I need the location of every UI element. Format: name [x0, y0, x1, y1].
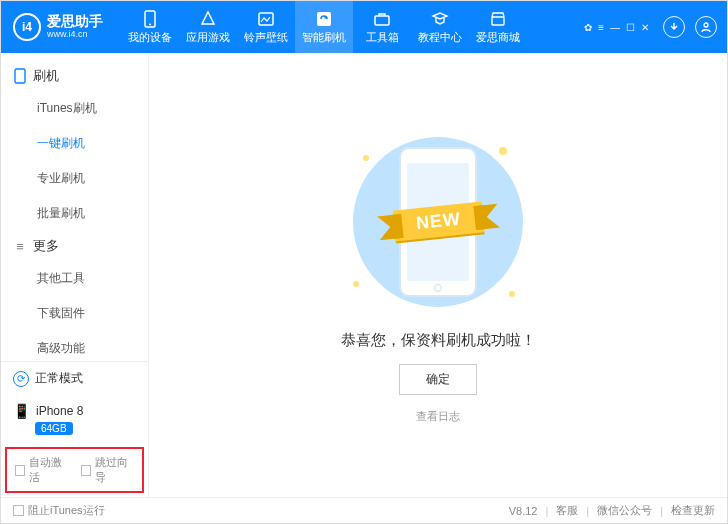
sidebar-item-advanced[interactable]: 高级功能: [1, 331, 148, 361]
nav-tutorials[interactable]: 教程中心: [411, 1, 469, 53]
svg-rect-4: [375, 16, 389, 25]
apps-icon: [199, 10, 217, 28]
nav-store[interactable]: 爱思商城: [469, 1, 527, 53]
sidebar-item-itunes-flash[interactable]: iTunes刷机: [1, 91, 148, 126]
nav-ringtones[interactable]: 铃声壁纸: [237, 1, 295, 53]
store-icon: [489, 10, 507, 28]
view-log-link[interactable]: 查看日志: [416, 409, 460, 424]
sidebar-group-flash: 刷机: [1, 61, 148, 91]
nav-flash[interactable]: 智能刷机: [295, 1, 353, 53]
footer-link-support[interactable]: 客服: [556, 503, 578, 518]
flash-group-icon: [13, 69, 27, 83]
menu-icon[interactable]: ≡: [598, 22, 604, 33]
success-illustration: NEW: [333, 127, 543, 317]
window-controls: ✿ ≡ — ☐ ✕: [584, 16, 717, 38]
nav-apps[interactable]: 应用游戏: [179, 1, 237, 53]
sidebar-item-download-fw[interactable]: 下载固件: [1, 296, 148, 331]
wallpaper-icon: [257, 10, 275, 28]
sidebar-group-more: ≡ 更多: [1, 231, 148, 261]
skin-icon[interactable]: ✿: [584, 22, 592, 33]
flash-icon: [315, 10, 333, 28]
toolbox-icon: [373, 10, 391, 28]
sidebar-item-oneclick-flash[interactable]: 一键刷机: [1, 126, 148, 161]
checkbox-skip-wizard[interactable]: 跳过向导: [81, 455, 135, 485]
success-message: 恭喜您，保资料刷机成功啦！: [341, 331, 536, 350]
svg-point-1: [149, 23, 151, 25]
main-content: NEW 恭喜您，保资料刷机成功啦！ 确定 查看日志: [149, 53, 727, 497]
device-row[interactable]: 📱 iPhone 8: [1, 395, 148, 421]
app-name: 爱思助手: [47, 14, 103, 29]
tutorial-icon: [431, 10, 449, 28]
refresh-icon: ⟳: [13, 371, 29, 387]
download-button[interactable]: [663, 16, 685, 38]
sidebar-item-batch-flash[interactable]: 批量刷机: [1, 196, 148, 231]
device-phone-icon: 📱: [13, 403, 30, 419]
storage-badge: 64GB: [35, 422, 73, 435]
minimize-icon[interactable]: —: [610, 22, 620, 33]
device-name: iPhone 8: [36, 404, 83, 418]
app-url: www.i4.cn: [47, 30, 103, 40]
svg-point-6: [704, 23, 708, 27]
highlighted-options: 自动激活 跳过向导: [5, 447, 144, 493]
ok-button[interactable]: 确定: [399, 364, 477, 395]
nav-toolbox[interactable]: 工具箱: [353, 1, 411, 53]
top-nav: 我的设备 应用游戏 铃声壁纸 智能刷机 工具箱 教程中心: [121, 1, 527, 53]
sidebar-item-pro-flash[interactable]: 专业刷机: [1, 161, 148, 196]
svg-rect-3: [317, 12, 331, 26]
device-mode[interactable]: ⟳ 正常模式: [1, 362, 148, 395]
footer-link-wechat[interactable]: 微信公众号: [597, 503, 652, 518]
svg-rect-7: [15, 69, 25, 83]
nav-my-device[interactable]: 我的设备: [121, 1, 179, 53]
svg-rect-5: [492, 17, 504, 25]
svg-rect-2: [259, 13, 273, 25]
more-group-icon: ≡: [13, 239, 27, 253]
maximize-icon[interactable]: ☐: [626, 22, 635, 33]
logo-icon: i4: [13, 13, 41, 41]
version-label: V8.12: [509, 505, 538, 517]
app-logo: i4 爱思助手 www.i4.cn: [13, 13, 103, 41]
footer-link-update[interactable]: 检查更新: [671, 503, 715, 518]
sidebar-item-other-tools[interactable]: 其他工具: [1, 261, 148, 296]
checkbox-block-itunes[interactable]: 阻止iTunes运行: [13, 503, 105, 518]
checkbox-auto-activate[interactable]: 自动激活: [15, 455, 69, 485]
account-button[interactable]: [695, 16, 717, 38]
titlebar: i4 爱思助手 www.i4.cn 我的设备 应用游戏 铃声壁纸 智能刷机: [1, 1, 727, 53]
sidebar: 刷机 iTunes刷机 一键刷机 专业刷机 批量刷机 ≡ 更多 其他工具 下载固…: [1, 53, 149, 497]
status-bar: 阻止iTunes运行 V8.12 | 客服 | 微信公众号 | 检查更新: [1, 497, 727, 523]
phone-icon: [141, 10, 159, 28]
close-icon[interactable]: ✕: [641, 22, 649, 33]
